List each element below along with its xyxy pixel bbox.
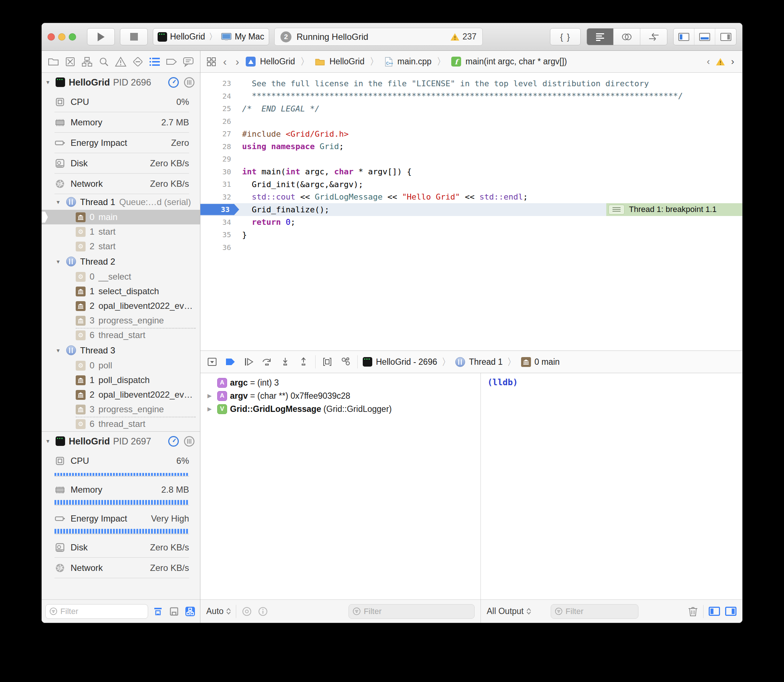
navigator-filter-field[interactable] (45, 604, 148, 619)
process-header[interactable]: ▼ HelloGrid PID 2696 (42, 73, 200, 92)
toggle-navigator-button[interactable] (674, 29, 695, 45)
stack-frame-row[interactable]: 2 opal_libevent2022_ev… (42, 387, 200, 402)
stack-frame-row[interactable]: ⚙ 1 start (42, 225, 200, 239)
step-into-button[interactable] (279, 355, 292, 368)
stack-frame-row[interactable]: 1 select_dispatch (42, 284, 200, 299)
breadcrumb-file[interactable]: main.cpp (398, 57, 431, 67)
line-number[interactable]: 25 (200, 104, 235, 113)
version-editor-button[interactable] (640, 29, 667, 45)
zoom-button[interactable] (69, 33, 76, 41)
debug-frame[interactable]: 0 main (535, 357, 560, 367)
annotation-menu-button[interactable] (608, 205, 624, 215)
stack-frame-row[interactable]: ⚙ 0 __select (42, 269, 200, 284)
warning-count[interactable]: 237 (450, 32, 476, 41)
line-number[interactable]: 32 (200, 193, 235, 201)
related-items-icon[interactable] (206, 57, 217, 67)
stack-frame-row[interactable]: 1 poll_dispatch (42, 373, 200, 387)
breakpoint-badge[interactable]: 33 (200, 204, 239, 215)
stack-frame-row[interactable]: 3 progress_engine (42, 402, 200, 417)
memory-columns-button[interactable] (184, 77, 195, 88)
hide-debug-area-button[interactable] (206, 355, 219, 368)
symbol-navigator-icon[interactable] (80, 54, 94, 69)
line-number[interactable]: 26 (200, 117, 235, 126)
quick-look-icon[interactable] (241, 606, 252, 617)
run-button[interactable] (87, 28, 115, 45)
breadcrumb-project[interactable]: HelloGrid (260, 57, 295, 67)
process-header[interactable]: ▼ HelloGrid PID 2697 (42, 432, 200, 451)
disclosure-triangle-icon[interactable]: ▼ (56, 347, 62, 354)
source-control-navigator-icon[interactable] (63, 54, 78, 69)
navigator-filter-input[interactable] (60, 607, 144, 616)
disclosure-triangle-icon[interactable]: ▼ (45, 438, 52, 444)
back-button[interactable]: ‹ (221, 56, 229, 68)
trash-icon[interactable] (688, 606, 698, 617)
info-icon[interactable] (257, 606, 268, 617)
scope-selector[interactable]: Auto (206, 606, 231, 616)
console-output[interactable]: (lldb) (481, 373, 742, 599)
line-number[interactable]: 36 (200, 243, 235, 252)
line-number[interactable]: 24 (200, 92, 235, 100)
breakpoint-navigator-icon[interactable] (164, 54, 179, 69)
breadcrumb-group[interactable]: HelloGrid (329, 57, 364, 67)
disclosure-triangle-icon[interactable]: ▼ (56, 199, 62, 205)
stack-frame-row[interactable]: ⚙ 6 thread_start (42, 417, 200, 431)
breadcrumb-symbol[interactable]: main(int argc, char * argv[]) (466, 57, 567, 67)
variable-row[interactable]: ▶ V Grid::GridLogMessage (Grid::GridLogg… (200, 402, 481, 416)
stop-button[interactable] (120, 28, 148, 45)
memory-graph-button[interactable] (339, 355, 352, 368)
show-running-blocks-button[interactable] (168, 605, 180, 618)
gauge-button[interactable] (168, 77, 179, 88)
assistant-editor-button[interactable] (613, 29, 640, 45)
view-hierarchy-button[interactable] (321, 355, 334, 368)
variables-filter-field[interactable] (348, 604, 475, 619)
disclosure-triangle-icon[interactable]: ▶ (208, 392, 212, 399)
console-filter-input[interactable] (566, 607, 634, 616)
close-button[interactable] (48, 33, 55, 41)
line-number[interactable]: 29 (200, 155, 235, 163)
toggle-console-view-button[interactable] (725, 607, 736, 616)
line-number[interactable]: 30 (200, 167, 235, 176)
disclosure-triangle-icon[interactable]: ▼ (56, 259, 62, 265)
scheme-selector[interactable]: HelloGrid 〉 My Mac (153, 28, 269, 45)
disclosure-triangle-icon[interactable]: ▶ (208, 406, 212, 412)
thread-header[interactable]: ▼ Thread 1 Queue:…d (serial) (42, 194, 200, 210)
debug-navigator-icon[interactable] (147, 54, 162, 69)
stack-frame-row[interactable]: 2 opal_libevent2022_ev… (42, 299, 200, 313)
next-issue-button[interactable]: › (729, 56, 736, 67)
debug-process[interactable]: HelloGrid - 2696 (376, 357, 437, 367)
flatten-view-button[interactable] (152, 605, 164, 618)
toggle-variables-view-button[interactable] (709, 607, 720, 616)
show-crashed-threads-button[interactable] (184, 605, 196, 618)
line-number[interactable]: 23 (200, 79, 235, 88)
stack-frame-row[interactable]: ⚙ 6 thread_start (42, 328, 200, 343)
step-over-button[interactable] (260, 355, 273, 368)
step-out-button[interactable] (297, 355, 310, 368)
line-number[interactable]: 34 (200, 218, 235, 226)
continue-button[interactable] (242, 355, 255, 368)
stack-frame-row[interactable]: 3 progress_engine (42, 313, 200, 328)
issue-navigator-icon[interactable] (113, 54, 128, 69)
project-navigator-icon[interactable] (46, 54, 61, 69)
variable-row[interactable]: A argc = (int) 3 (200, 376, 481, 389)
debug-thread[interactable]: Thread 1 (469, 357, 503, 367)
toggle-inspector-button[interactable] (715, 29, 736, 45)
code-review-button[interactable]: { } (550, 28, 581, 45)
toggle-debug-area-button[interactable] (695, 29, 715, 45)
thread-header[interactable]: ▼ Thread 3 (42, 343, 200, 358)
previous-issue-button[interactable]: ‹ (705, 56, 712, 67)
minimize-button[interactable] (58, 33, 65, 41)
forward-button[interactable]: › (233, 56, 241, 68)
variables-filter-input[interactable] (364, 607, 471, 616)
console-filter-field[interactable] (551, 604, 639, 619)
line-number[interactable]: 35 (200, 230, 235, 239)
line-number[interactable]: 28 (200, 142, 235, 151)
thread-header[interactable]: ▼ Thread 2 (42, 253, 200, 269)
breakpoints-toggle-button[interactable] (224, 355, 237, 368)
line-number[interactable]: 31 (200, 180, 235, 189)
report-navigator-icon[interactable] (181, 54, 196, 69)
disclosure-triangle-icon[interactable]: ▼ (45, 79, 52, 85)
stack-frame-row[interactable]: ⚙ 0 poll (42, 358, 200, 373)
line-number[interactable]: 27 (200, 129, 235, 138)
test-navigator-icon[interactable] (131, 54, 145, 69)
stack-frame-row[interactable]: ⚙ 2 start (42, 239, 200, 253)
